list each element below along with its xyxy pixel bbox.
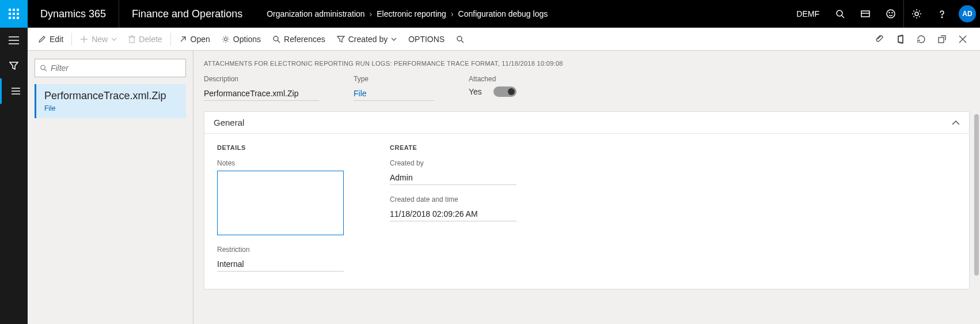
svg-point-13 (887, 10, 895, 18)
chevron-down-icon (111, 37, 117, 41)
top-header: Dynamics 365 Finance and Operations Orga… (0, 0, 980, 28)
list-item[interactable]: PerformanceTrace.xml.Zip File (35, 84, 186, 118)
refresh-icon[interactable] (912, 30, 930, 48)
svg-rect-26 (130, 37, 134, 43)
filter-pane-icon[interactable] (0, 53, 28, 78)
find-button[interactable] (450, 28, 470, 51)
svg-rect-11 (861, 11, 869, 17)
attached-field: Attached Yes (469, 75, 516, 101)
description-value[interactable]: PerformanceTrace.xml.Zip (204, 86, 319, 101)
restriction-label: Restriction (217, 246, 344, 254)
user-avatar[interactable]: AD (955, 0, 980, 28)
feedback-icon[interactable] (878, 0, 903, 28)
breadcrumb-item[interactable]: Configuration debug logs (458, 9, 548, 18)
svg-point-37 (41, 65, 45, 69)
created-dt-label: Created date and time (390, 195, 516, 204)
svg-point-15 (892, 13, 892, 13)
svg-point-17 (941, 17, 942, 17)
delete-button[interactable]: Delete (123, 28, 168, 51)
options-button[interactable]: Options (216, 28, 267, 51)
references-button[interactable]: References (267, 28, 331, 51)
popout-icon[interactable] (933, 30, 951, 48)
svg-rect-3 (9, 13, 11, 15)
attached-toggle-wrap: Yes (469, 86, 516, 97)
office-icon[interactable] (891, 30, 910, 48)
type-label: Type (354, 75, 434, 83)
svg-rect-0 (9, 9, 11, 11)
svg-point-30 (274, 36, 278, 41)
svg-line-33 (461, 40, 464, 43)
description-label: Description (204, 75, 319, 83)
attached-toggle[interactable] (493, 86, 516, 97)
created-by-filter[interactable]: Created by (331, 28, 402, 51)
edit-label: Edit (50, 35, 63, 44)
task-recorder-icon[interactable] (853, 0, 878, 28)
svg-rect-8 (17, 17, 19, 19)
list-pane-icon[interactable] (0, 78, 28, 104)
hamburger-icon[interactable] (0, 28, 28, 53)
references-label: References (284, 35, 325, 44)
gear-icon[interactable] (904, 0, 929, 28)
created-by-value: Admin (390, 171, 516, 185)
close-icon[interactable] (954, 30, 972, 48)
edit-button[interactable]: Edit (32, 28, 69, 51)
svg-rect-2 (17, 9, 19, 11)
create-column: CREATE Created by Admin Created date and… (390, 144, 516, 272)
create-section-title: CREATE (390, 144, 516, 151)
breadcrumb-sep: › (451, 9, 454, 18)
type-value[interactable]: File (354, 86, 434, 101)
svg-point-14 (889, 13, 890, 13)
list-item-title: PerformanceTrace.xml.Zip (44, 90, 178, 102)
context-heading: ATTACHMENTS FOR ELECTRONIC REPORTING RUN… (204, 60, 970, 67)
options-tab[interactable]: OPTIONS (402, 28, 450, 51)
new-label: New (92, 35, 108, 44)
header-right: DEMF AD (788, 0, 980, 28)
filter-input[interactable] (51, 63, 181, 73)
created-by-label: Created by (390, 159, 516, 167)
notes-input[interactable] (217, 171, 344, 235)
options-label: Options (233, 35, 261, 44)
svg-point-32 (457, 36, 462, 41)
chevron-up-icon (952, 120, 960, 125)
search-icon[interactable] (827, 0, 853, 28)
svg-rect-4 (13, 13, 15, 15)
avatar-initials: AD (959, 5, 976, 22)
header-fields: Description PerformanceTrace.xml.Zip Typ… (204, 75, 970, 101)
general-card-header[interactable]: General (204, 112, 969, 134)
company-picker[interactable]: DEMF (788, 0, 827, 28)
svg-rect-7 (13, 17, 15, 19)
svg-line-10 (842, 16, 844, 18)
open-label: Open (191, 35, 210, 44)
side-panel: PerformanceTrace.xml.Zip File (28, 51, 193, 324)
attached-label: Attached (469, 75, 516, 83)
app-launcher[interactable] (0, 0, 28, 28)
delete-label: Delete (139, 35, 162, 44)
attached-value: Yes (469, 87, 482, 96)
filter-box[interactable] (35, 59, 186, 77)
created-dt-value: 11/18/2018 02:09:26 AM (390, 207, 516, 221)
svg-point-9 (837, 10, 842, 16)
breadcrumb-item[interactable]: Electronic reporting (377, 9, 446, 18)
restriction-value[interactable]: Internal (217, 257, 344, 272)
options-caps-label: OPTIONS (408, 35, 445, 44)
created-by-label: Created by (348, 35, 388, 44)
brand: Dynamics 365 (28, 8, 119, 20)
help-icon[interactable] (929, 0, 955, 28)
new-button[interactable]: New (74, 28, 123, 51)
general-card-body: DETAILS Notes Restriction Internal CREAT… (204, 134, 969, 289)
details-column: DETAILS Notes Restriction Internal (217, 144, 344, 272)
general-card: General DETAILS Notes Restriction Intern… (204, 111, 970, 289)
open-button[interactable]: Open (173, 28, 216, 51)
scrollbar[interactable] (974, 114, 979, 276)
breadcrumb-item[interactable]: Organization administration (267, 9, 364, 18)
svg-line-31 (278, 40, 280, 43)
svg-point-16 (915, 12, 918, 16)
left-rail (0, 28, 28, 324)
svg-rect-6 (9, 17, 11, 19)
main: PerformanceTrace.xml.Zip File ATTACHMENT… (28, 51, 980, 324)
svg-rect-34 (939, 37, 944, 43)
attachments-icon[interactable] (871, 30, 889, 48)
type-field: Type File (354, 75, 434, 101)
action-bar: Edit New Delete Open Options References … (28, 28, 980, 51)
svg-point-29 (224, 37, 227, 40)
